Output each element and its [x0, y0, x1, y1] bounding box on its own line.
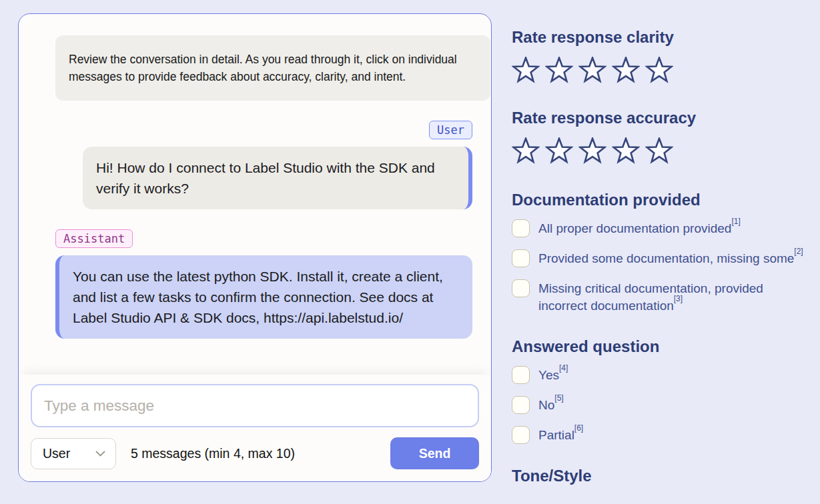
- role-select-value: User: [43, 446, 70, 461]
- choice-label: Yes[4]: [538, 366, 568, 384]
- choice-option[interactable]: All proper documentation provided[1]: [512, 219, 813, 237]
- star-rating: [512, 137, 813, 165]
- checkbox[interactable]: [512, 219, 530, 237]
- send-button[interactable]: Send: [390, 437, 479, 469]
- rating-title: Rate response clarity: [512, 28, 813, 46]
- message-role-badge: User: [429, 121, 472, 139]
- checkbox[interactable]: [512, 279, 530, 297]
- star-icon[interactable]: [578, 57, 606, 85]
- rating-title: Rate response accuracy: [512, 109, 813, 127]
- chat-message-bubble[interactable]: Hi! How do I connect to Label Studio wit…: [83, 147, 472, 209]
- rating-sections: Rate response clarity Rate response accu…: [512, 28, 813, 165]
- composer: User 5 messages (min 4, max 10) Send: [19, 375, 491, 481]
- checkbox[interactable]: [512, 426, 530, 444]
- choice-label: Partial[6]: [538, 426, 583, 444]
- choice-group-title: Documentation provided: [512, 191, 813, 209]
- star-icon[interactable]: [545, 57, 573, 85]
- choice-sections: Documentation provided All proper docume…: [512, 191, 813, 485]
- choice-label: Missing critical documentation, provided…: [538, 279, 805, 315]
- role-badge-row: User: [37, 121, 472, 139]
- chat-message-bubble[interactable]: You can use the latest python SDK. Insta…: [55, 255, 472, 339]
- choice-group: Answered question Yes[4] No[5] Partial[6…: [512, 337, 813, 444]
- chevron-down-icon: [95, 451, 105, 457]
- choice-option[interactable]: Yes[4]: [512, 366, 813, 384]
- message-role-badge: Assistant: [55, 229, 133, 248]
- star-rating: [512, 57, 813, 85]
- choice-group: Tone/Style: [512, 467, 813, 485]
- checkbox[interactable]: [512, 249, 530, 267]
- checkbox[interactable]: [512, 366, 530, 384]
- choice-option[interactable]: Provided some documentation, missing som…: [512, 249, 813, 267]
- star-icon[interactable]: [512, 137, 540, 165]
- chat-turn: Assistant You can use the latest python …: [37, 229, 472, 339]
- annotation-panel: Rate response clarity Rate response accu…: [512, 28, 813, 485]
- star-icon[interactable]: [545, 137, 573, 165]
- chat-panel: Review the conversation in detail. As yo…: [18, 13, 492, 482]
- star-icon[interactable]: [645, 57, 673, 85]
- chat-turn: User Hi! How do I connect to Label Studi…: [37, 121, 472, 209]
- choice-label: Provided some documentation, missing som…: [538, 249, 803, 267]
- choice-label: No[5]: [538, 396, 564, 414]
- star-icon[interactable]: [578, 137, 606, 165]
- choice-options: All proper documentation provided[1] Pro…: [512, 219, 813, 315]
- role-select[interactable]: User: [31, 438, 116, 469]
- star-icon[interactable]: [512, 57, 540, 85]
- chat-message-list: Review the conversation in detail. As yo…: [19, 14, 491, 375]
- composer-toolbar: User 5 messages (min 4, max 10) Send: [31, 437, 479, 469]
- choice-option[interactable]: Partial[6]: [512, 426, 813, 444]
- choice-option[interactable]: Missing critical documentation, provided…: [512, 279, 813, 315]
- star-icon[interactable]: [645, 137, 673, 165]
- star-icon[interactable]: [612, 57, 640, 85]
- labeling-workspace: Review the conversation in detail. As yo…: [0, 0, 820, 504]
- message-count: 5 messages (min 4, max 10): [131, 446, 295, 461]
- choice-option[interactable]: No[5]: [512, 396, 813, 414]
- checkbox[interactable]: [512, 396, 530, 414]
- role-badge-row: Assistant: [55, 229, 472, 248]
- choice-group-title: Answered question: [512, 337, 813, 355]
- rating-group: Rate response accuracy: [512, 109, 813, 165]
- choice-group: Documentation provided All proper docume…: [512, 191, 813, 315]
- rating-group: Rate response clarity: [512, 28, 813, 85]
- star-icon[interactable]: [612, 137, 640, 165]
- system-prompt: Review the conversation in detail. As yo…: [55, 35, 490, 101]
- choice-options: Yes[4] No[5] Partial[6]: [512, 366, 813, 444]
- choice-label: All proper documentation provided[1]: [538, 219, 741, 237]
- message-input[interactable]: [31, 384, 479, 427]
- choice-group-title: Tone/Style: [512, 467, 813, 485]
